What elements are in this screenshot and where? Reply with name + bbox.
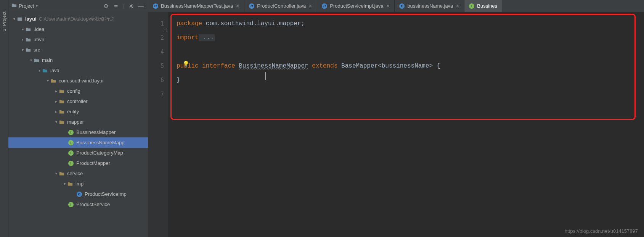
- node-label: BussinessMapper: [76, 129, 116, 135]
- tree-node-config[interactable]: config: [8, 86, 148, 96]
- node-label: ProductService: [76, 202, 110, 207]
- tab-label: bussinessName.java: [407, 3, 453, 9]
- tree-node-impl[interactable]: impl: [8, 179, 148, 189]
- folder-icon: [34, 57, 40, 63]
- tree-node-mapper[interactable]: mapper: [8, 117, 148, 127]
- package-icon: [67, 181, 73, 187]
- folder-open-icon: [11, 3, 17, 9]
- tree-node-package[interactable]: com.southwind.layui: [8, 76, 148, 86]
- node-label: ProductServiceImp: [85, 191, 127, 197]
- watermark: https://blog.csdn.net/u014157897: [565, 228, 638, 234]
- package-icon: [59, 88, 65, 94]
- tree-file-productcategorymapper[interactable]: IProductCategoryMap: [8, 148, 148, 158]
- svg-rect-3: [18, 17, 22, 21]
- line-number: 4: [148, 45, 164, 59]
- project-panel: Project ▾ | — layui C:\Users\adm\Desktop…: [8, 0, 148, 237]
- close-icon[interactable]: ✕: [308, 3, 312, 9]
- project-panel-header: Project ▾ | —: [8, 0, 148, 12]
- intention-bulb-icon[interactable]: 💡: [183, 57, 189, 71]
- package-icon: [59, 109, 65, 115]
- hide-panel-icon[interactable]: —: [137, 2, 145, 10]
- node-label: mapper: [67, 119, 84, 125]
- tree-node-java[interactable]: java: [8, 65, 148, 76]
- tree-node-idea[interactable]: .idea: [8, 24, 148, 34]
- folder-icon: [25, 47, 31, 53]
- node-label: .mvn: [34, 37, 44, 42]
- class-icon: C: [399, 3, 405, 9]
- class-icon: C: [322, 3, 327, 9]
- tree-node-entity[interactable]: entity: [8, 106, 148, 117]
- svg-point-2: [130, 5, 132, 7]
- tab-bussinessname[interactable]: C bussinessName.java ✕: [395, 0, 464, 12]
- tab-bussinessnamemappertest[interactable]: C BussinessNameMapperTest.java ✕: [148, 0, 244, 12]
- node-label: com.southwind.layui: [59, 78, 103, 84]
- node-label: java: [50, 68, 59, 73]
- select-opened-file-icon[interactable]: [102, 2, 110, 10]
- code-line-5: public interface BussinessNameMapper ext…: [177, 59, 644, 73]
- code-line-4: [177, 45, 644, 59]
- line-gutter[interactable]: 1 2 4 5 6 7: [148, 12, 168, 237]
- close-icon[interactable]: ✕: [456, 3, 459, 9]
- tree-file-bussinessmapper[interactable]: IBussinessMapper: [8, 127, 148, 137]
- node-label: ProductCategoryMap: [76, 150, 123, 156]
- svg-point-1: [106, 5, 107, 6]
- node-label: config: [67, 88, 80, 94]
- interface-icon: I: [68, 202, 74, 208]
- project-tree[interactable]: layui C:\Users\adm\Desktop\全栈修行之 .idea .…: [8, 12, 148, 237]
- node-label: src: [34, 47, 40, 53]
- node-label: BussinessNameMapp: [76, 140, 124, 145]
- editor-area: C BussinessNameMapperTest.java ✕ C Produ…: [148, 0, 644, 237]
- project-view-selector[interactable]: Project ▾: [11, 3, 38, 9]
- package-icon: [50, 78, 56, 84]
- tab-productserviceimpl[interactable]: C ProductServiceImpl.java ✕: [317, 0, 395, 12]
- package-icon: [59, 171, 65, 177]
- close-icon[interactable]: ✕: [386, 3, 390, 9]
- tree-file-productmapper[interactable]: IProductMapper: [8, 158, 148, 168]
- source-folder-icon: [42, 68, 48, 74]
- project-view-title: Project: [19, 3, 34, 9]
- tab-productcontroller[interactable]: C ProductController.java ✕: [244, 0, 317, 12]
- tree-root-layui[interactable]: layui C:\Users\adm\Desktop\全栈修行之: [8, 14, 148, 24]
- interface-icon: I: [68, 150, 74, 156]
- package-icon: [59, 98, 65, 105]
- settings-gear-icon[interactable]: [127, 2, 135, 10]
- folder-icon: [25, 37, 31, 43]
- code-line-2: import ...: [177, 31, 644, 45]
- package-icon: [59, 119, 65, 125]
- node-label: layui: [25, 16, 37, 22]
- tree-file-productservice[interactable]: IProductService: [8, 199, 148, 210]
- interface-icon: I: [68, 140, 74, 146]
- close-icon[interactable]: ✕: [236, 3, 239, 9]
- module-icon: [17, 16, 23, 22]
- tree-node-service[interactable]: service: [8, 168, 148, 179]
- text-cursor: [265, 72, 266, 80]
- class-icon: C: [153, 3, 158, 9]
- node-path: C:\Users\adm\Desktop\全栈修行之: [39, 16, 115, 23]
- interface-icon: I: [469, 3, 474, 9]
- node-label: main: [42, 57, 53, 63]
- collapse-all-icon[interactable]: [112, 2, 120, 10]
- tree-file-productserviceimpl[interactable]: CProductServiceImp: [8, 189, 148, 199]
- class-icon: C: [76, 191, 82, 197]
- code-line-6: }: [177, 73, 644, 87]
- tree-node-main[interactable]: main: [8, 55, 148, 65]
- node-label: .idea: [34, 26, 44, 32]
- tab-label: Bussines: [477, 3, 497, 9]
- interface-icon: I: [68, 160, 74, 166]
- line-number: 2: [148, 31, 164, 45]
- divider: |: [122, 2, 125, 10]
- fold-expand-icon[interactable]: +: [163, 28, 167, 32]
- interface-icon: I: [68, 129, 74, 135]
- tree-node-mvn[interactable]: .mvn: [8, 34, 148, 45]
- tab-label: ProductController.java: [257, 3, 306, 9]
- tab-bussinessnamemapper[interactable]: I Bussines: [464, 0, 502, 12]
- node-label: impl: [75, 181, 85, 187]
- tree-file-bussinessnamemapper[interactable]: IBussinessNameMapp: [8, 137, 148, 148]
- node-label: controller: [67, 98, 87, 104]
- tool-window-stripe[interactable]: 1: Project: [0, 0, 8, 237]
- tree-node-src[interactable]: src: [8, 45, 148, 55]
- code-editor[interactable]: + 💡 package com.southwind.layui.mapper; …: [168, 12, 644, 237]
- tree-node-controller[interactable]: controller: [8, 96, 148, 106]
- line-number: 6: [148, 73, 164, 87]
- folder-icon: [25, 26, 31, 32]
